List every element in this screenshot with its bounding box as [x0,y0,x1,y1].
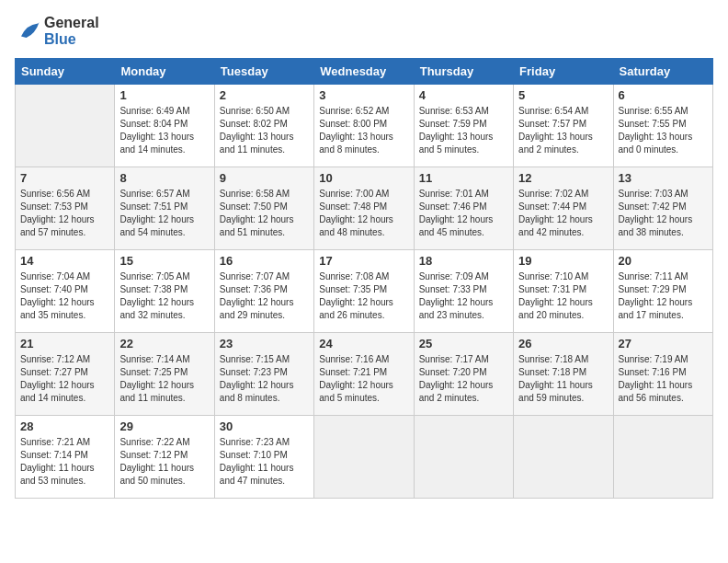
weekday-header-friday: Friday [514,59,613,85]
day-info: Sunrise: 7:19 AMSunset: 7:16 PMDaylight:… [619,353,708,405]
calendar-cell: 1Sunrise: 6:49 AMSunset: 8:04 PMDaylight… [115,85,214,167]
day-number: 13 [619,171,708,185]
day-info: Sunrise: 6:56 AMSunset: 7:53 PMDaylight:… [20,188,109,239]
calendar-cell [16,85,115,167]
day-number: 2 [220,88,309,102]
day-info: Sunrise: 6:49 AMSunset: 8:04 PMDaylight:… [119,105,209,156]
calendar-cell: 24Sunrise: 7:16 AMSunset: 7:21 PMDayligh… [314,333,414,416]
day-number: 6 [619,88,708,102]
calendar-cell [414,416,513,499]
day-info: Sunrise: 6:53 AMSunset: 7:59 PMDaylight:… [419,105,508,156]
day-info: Sunrise: 6:58 AMSunset: 7:50 PMDaylight:… [220,188,309,239]
week-row-1: 1Sunrise: 6:49 AMSunset: 8:04 PMDaylight… [16,85,713,167]
day-number: 7 [20,171,109,185]
calendar-cell: 22Sunrise: 7:14 AMSunset: 7:25 PMDayligh… [115,333,214,416]
day-number: 20 [619,254,708,268]
calendar-cell: 8Sunrise: 6:57 AMSunset: 7:51 PMDaylight… [115,167,214,250]
day-number: 9 [220,171,309,185]
day-number: 3 [319,88,408,102]
weekday-header-saturday: Saturday [613,59,712,85]
calendar-cell: 26Sunrise: 7:18 AMSunset: 7:18 PMDayligh… [514,333,613,416]
calendar-cell: 6Sunrise: 6:55 AMSunset: 7:55 PMDaylight… [613,85,712,167]
day-info: Sunrise: 6:50 AMSunset: 8:02 PMDaylight:… [220,105,309,156]
weekday-header-thursday: Thursday [414,59,513,85]
calendar-cell [613,416,712,499]
calendar-cell: 11Sunrise: 7:01 AMSunset: 7:46 PMDayligh… [414,167,513,250]
calendar-cell: 29Sunrise: 7:22 AMSunset: 7:12 PMDayligh… [115,416,214,499]
day-info: Sunrise: 7:10 AMSunset: 7:31 PMDaylight:… [518,270,608,322]
logo-icon [15,18,40,44]
day-number: 19 [518,254,608,268]
day-info: Sunrise: 7:22 AMSunset: 7:12 PMDaylight:… [119,436,209,488]
week-row-4: 21Sunrise: 7:12 AMSunset: 7:27 PMDayligh… [16,333,713,416]
calendar-cell: 14Sunrise: 7:04 AMSunset: 7:40 PMDayligh… [16,250,115,333]
week-row-2: 7Sunrise: 6:56 AMSunset: 7:53 PMDaylight… [16,167,713,250]
day-info: Sunrise: 7:15 AMSunset: 7:23 PMDaylight:… [220,353,309,405]
calendar-cell [514,416,613,499]
calendar-cell: 9Sunrise: 6:58 AMSunset: 7:50 PMDaylight… [214,167,313,250]
calendar-cell: 30Sunrise: 7:23 AMSunset: 7:10 PMDayligh… [214,416,313,499]
calendar-cell: 28Sunrise: 7:21 AMSunset: 7:14 PMDayligh… [16,416,115,499]
day-number: 27 [619,337,708,350]
calendar-cell: 10Sunrise: 7:00 AMSunset: 7:48 PMDayligh… [314,167,414,250]
day-number: 26 [518,337,608,350]
day-number: 18 [419,254,508,268]
day-number: 15 [119,254,209,268]
day-info: Sunrise: 7:21 AMSunset: 7:14 PMDaylight:… [20,436,109,488]
weekday-header-row: SundayMondayTuesdayWednesdayThursdayFrid… [16,59,713,85]
calendar-table: SundayMondayTuesdayWednesdayThursdayFrid… [15,58,713,499]
day-info: Sunrise: 7:03 AMSunset: 7:42 PMDaylight:… [619,188,708,239]
day-number: 29 [119,419,209,433]
logo: General Blue [15,15,99,47]
day-number: 21 [20,337,109,350]
day-info: Sunrise: 7:05 AMSunset: 7:38 PMDaylight:… [119,270,209,322]
day-info: Sunrise: 7:23 AMSunset: 7:10 PMDaylight:… [220,436,309,488]
calendar-cell [314,416,414,499]
calendar-cell: 15Sunrise: 7:05 AMSunset: 7:38 PMDayligh… [115,250,214,333]
day-info: Sunrise: 6:57 AMSunset: 7:51 PMDaylight:… [119,188,209,239]
day-info: Sunrise: 7:17 AMSunset: 7:20 PMDaylight:… [419,353,508,405]
calendar-cell: 27Sunrise: 7:19 AMSunset: 7:16 PMDayligh… [613,333,712,416]
day-info: Sunrise: 7:09 AMSunset: 7:33 PMDaylight:… [419,270,508,322]
weekday-header-monday: Monday [115,59,214,85]
calendar-cell: 19Sunrise: 7:10 AMSunset: 7:31 PMDayligh… [514,250,613,333]
calendar-cell: 16Sunrise: 7:07 AMSunset: 7:36 PMDayligh… [214,250,313,333]
day-info: Sunrise: 7:01 AMSunset: 7:46 PMDaylight:… [419,188,508,239]
weekday-header-wednesday: Wednesday [314,59,414,85]
day-info: Sunrise: 7:12 AMSunset: 7:27 PMDaylight:… [20,353,109,405]
day-info: Sunrise: 7:04 AMSunset: 7:40 PMDaylight:… [20,270,109,322]
day-info: Sunrise: 6:54 AMSunset: 7:57 PMDaylight:… [518,105,608,156]
calendar-cell: 4Sunrise: 6:53 AMSunset: 7:59 PMDaylight… [414,85,513,167]
page-header: General Blue [15,15,713,47]
calendar-cell: 23Sunrise: 7:15 AMSunset: 7:23 PMDayligh… [214,333,313,416]
calendar-cell: 7Sunrise: 6:56 AMSunset: 7:53 PMDaylight… [16,167,115,250]
day-number: 8 [119,171,209,185]
calendar-cell: 17Sunrise: 7:08 AMSunset: 7:35 PMDayligh… [314,250,414,333]
day-info: Sunrise: 7:14 AMSunset: 7:25 PMDaylight:… [119,353,209,405]
calendar-cell: 2Sunrise: 6:50 AMSunset: 8:02 PMDaylight… [214,85,313,167]
calendar-cell: 13Sunrise: 7:03 AMSunset: 7:42 PMDayligh… [613,167,712,250]
weekday-header-sunday: Sunday [16,59,115,85]
calendar-cell: 18Sunrise: 7:09 AMSunset: 7:33 PMDayligh… [414,250,513,333]
calendar-cell: 5Sunrise: 6:54 AMSunset: 7:57 PMDaylight… [514,85,613,167]
day-number: 25 [419,337,508,350]
week-row-3: 14Sunrise: 7:04 AMSunset: 7:40 PMDayligh… [16,250,713,333]
day-number: 30 [220,419,309,433]
calendar-cell: 25Sunrise: 7:17 AMSunset: 7:20 PMDayligh… [414,333,513,416]
day-number: 16 [220,254,309,268]
day-info: Sunrise: 6:52 AMSunset: 8:00 PMDaylight:… [319,105,408,156]
day-number: 17 [319,254,408,268]
day-number: 23 [220,337,309,350]
day-info: Sunrise: 7:02 AMSunset: 7:44 PMDaylight:… [518,188,608,239]
day-number: 5 [518,88,608,102]
logo-text-blue: Blue [44,31,99,48]
day-info: Sunrise: 7:07 AMSunset: 7:36 PMDaylight:… [220,270,309,322]
day-number: 14 [20,254,109,268]
day-number: 28 [20,419,109,433]
day-info: Sunrise: 7:18 AMSunset: 7:18 PMDaylight:… [518,353,608,405]
day-info: Sunrise: 7:08 AMSunset: 7:35 PMDaylight:… [319,270,408,322]
day-number: 24 [319,337,408,350]
week-row-5: 28Sunrise: 7:21 AMSunset: 7:14 PMDayligh… [16,416,713,499]
day-info: Sunrise: 7:11 AMSunset: 7:29 PMDaylight:… [619,270,708,322]
day-number: 22 [119,337,209,350]
